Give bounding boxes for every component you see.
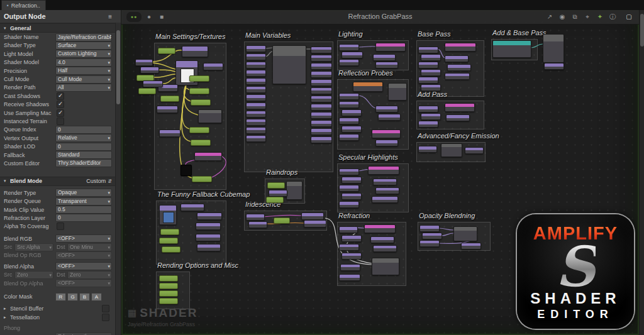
shader-node[interactable] [301,212,324,220]
shader-node[interactable] [274,217,290,224]
shader-node[interactable] [368,166,399,175]
shader-node[interactable] [189,127,209,133]
shader-node[interactable] [339,118,359,124]
shader-node[interactable] [453,226,477,241]
shader-node[interactable] [140,67,159,74]
foldout-arrow-icon[interactable]: ▸ [4,315,10,320]
shader-node[interactable] [543,34,564,63]
dropdown-dst[interactable]: Zero [67,271,112,279]
take-screenshot-icon[interactable]: ■ [157,12,167,22]
shader-node[interactable] [418,121,438,128]
shader-node[interactable] [311,55,332,62]
shader-node[interactable] [422,233,442,239]
shader-node[interactable] [197,244,221,251]
shader-node[interactable] [182,46,208,57]
shader-node[interactable] [364,224,396,233]
sidebar-scrollbar[interactable] [115,23,121,335]
sidebar-scrollbar-thumb[interactable] [116,30,120,104]
window-scrollbar-thumb[interactable] [640,14,644,47]
shader-node[interactable] [441,143,462,157]
shader-node[interactable] [339,44,359,51]
shader-node[interactable] [180,204,204,211]
shader-node[interactable] [198,109,222,123]
shader-node[interactable] [246,45,266,52]
shader-node[interactable] [135,59,153,66]
shader-node[interactable] [445,43,476,52]
shader-node[interactable] [341,126,362,133]
field-shader-name[interactable]: Jayie/Refraction GrabP [55,33,112,41]
shader-node[interactable] [340,264,360,271]
dropdown-blend-op-alpha[interactable]: <OFF> [55,279,112,287]
shader-node[interactable] [311,128,332,135]
shader-node[interactable] [158,48,175,54]
shader-node[interactable] [461,243,481,250]
shader-node[interactable] [421,54,441,61]
shader-node[interactable] [159,283,178,289]
shader-node[interactable] [157,106,178,113]
shader-node[interactable] [418,146,437,153]
shader-node[interactable] [159,275,178,282]
shader-node[interactable] [372,196,398,203]
shader-node[interactable] [191,140,211,146]
foldout-arrow-icon[interactable]: ▸ [4,306,10,311]
shader-node[interactable] [341,177,362,184]
dropdown-blend-alpha[interactable]: <OFF> [55,262,112,270]
shader-node[interactable] [311,47,332,53]
shader-node[interactable] [246,111,266,118]
field-fallback[interactable]: Standard [55,151,112,159]
shader-node[interactable] [447,64,471,71]
shader-node[interactable] [160,96,179,102]
shader-node[interactable] [191,99,211,106]
shader-node[interactable] [246,78,266,85]
shader-node[interactable] [375,106,398,113]
shader-node[interactable] [375,140,398,146]
shader-node[interactable] [159,238,178,244]
shader-node[interactable] [370,236,394,243]
live-preview-icon[interactable]: ●● [126,12,142,22]
shader-node[interactable] [339,274,360,281]
checkbox-cast-shadows[interactable]: ✓ [57,92,64,100]
shader-node[interactable] [159,205,177,225]
dropdown-render-path[interactable]: All [55,84,112,92]
shader-node[interactable] [311,63,332,70]
shader-node[interactable] [304,220,326,228]
fit-view-icon[interactable]: ⧉ [570,12,580,22]
shader-node[interactable] [492,40,531,58]
shader-node[interactable] [246,135,266,142]
dropdown-precision[interactable]: Half [55,67,112,75]
shader-node[interactable] [143,80,163,87]
shader-node[interactable] [267,182,285,189]
shader-node[interactable] [421,84,441,91]
field-custom-editor[interactable]: Thry.ShaderEditor [55,159,112,167]
dropdown-type[interactable]: Edge Length [55,332,112,335]
pause-icon[interactable]: ● [144,12,154,22]
graph-canvas[interactable]: Main Settings/TexturesMain VariablesLigh… [121,10,639,335]
shader-node[interactable] [418,106,438,113]
focus-icon[interactable]: ⌖ [582,12,592,22]
shader-node[interactable] [272,45,306,84]
shader-node[interactable] [339,134,359,141]
shader-node[interactable] [286,181,303,200]
shader-node[interactable] [196,222,221,230]
foldout-arrow-icon[interactable]: ▾ [4,178,10,184]
dropdown-render-queue[interactable]: Transparent [55,197,112,206]
shader-node[interactable] [162,246,180,253]
shader-node[interactable] [341,52,363,58]
field-shader-lod[interactable]: 0 [55,143,112,151]
shader-node[interactable] [203,63,223,70]
checkbox-use-sampling-mac[interactable]: ✓ [57,109,64,117]
panel-menu-icon[interactable]: ≡ [108,13,112,20]
shader-node[interactable] [189,75,209,82]
shader-node[interactable] [421,113,441,120]
shader-node[interactable] [175,60,198,85]
shader-node[interactable] [246,53,266,60]
shader-node[interactable] [375,43,406,52]
shader-node[interactable] [445,55,469,62]
shader-node[interactable] [194,152,222,161]
shader-node[interactable] [341,109,362,116]
shader-node[interactable] [375,187,399,194]
shader-node[interactable] [339,226,358,233]
shader-node[interactable] [341,253,362,260]
shader-node[interactable] [339,93,359,100]
shader-node[interactable] [445,73,470,80]
